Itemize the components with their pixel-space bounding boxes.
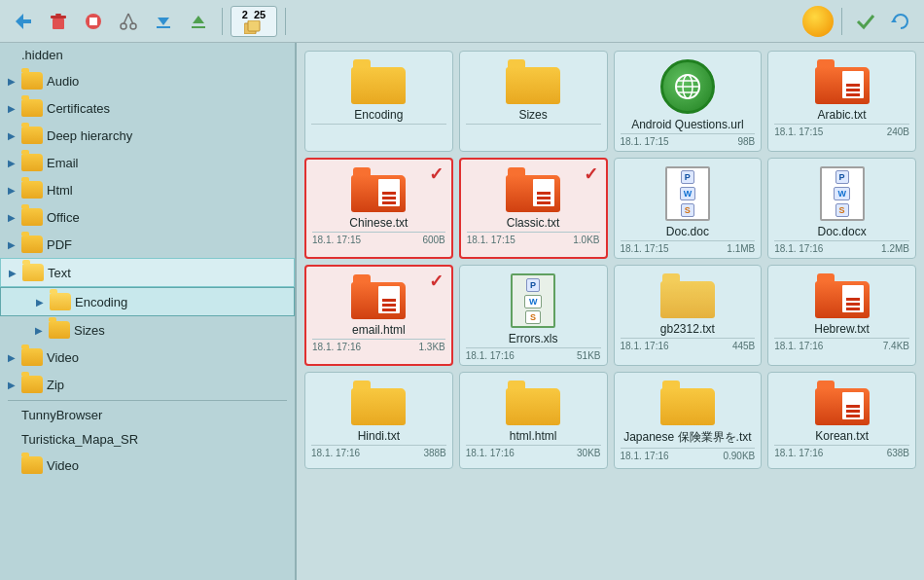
svg-rect-13 bbox=[192, 26, 205, 28]
sidebar-item-video[interactable]: ▶ Video bbox=[0, 344, 295, 371]
sidebar-item-hidden[interactable]: .hidden bbox=[0, 43, 295, 67]
file-date: 18.1. 17:15 bbox=[621, 136, 669, 147]
file-name: gb2312.txt bbox=[660, 322, 715, 336]
file-meta: 18.1. 17:16 388B bbox=[311, 445, 446, 458]
sidebar-item-turisticka[interactable]: Turisticka_Mapa_SR bbox=[0, 427, 295, 452]
file-item[interactable]: Sizes bbox=[459, 51, 608, 152]
file-meta: 18.1. 17:16 445B bbox=[621, 338, 756, 351]
badge-bottom: 25 bbox=[254, 9, 266, 20]
file-date: 18.1. 17:16 bbox=[774, 341, 823, 351]
file-item-selected[interactable]: ✓ Classic.txt 18.1. 17:15 1.0KB bbox=[459, 158, 608, 259]
file-item[interactable]: Hindi.txt 18.1. 17:16 388B bbox=[304, 372, 453, 469]
arrow-icon: ▶ bbox=[8, 239, 18, 250]
folder-icon-large bbox=[660, 273, 715, 318]
sidebar-item-sizes[interactable]: ▶ Sizes bbox=[0, 316, 295, 344]
svg-rect-5 bbox=[89, 18, 97, 25]
file-size: 1.3KB bbox=[419, 342, 445, 352]
file-meta bbox=[466, 124, 601, 127]
sidebar-item-zip[interactable]: ▶ Zip bbox=[0, 371, 295, 398]
file-item[interactable]: gb2312.txt 18.1. 17:16 445B bbox=[614, 265, 763, 366]
file-meta: 18.1. 17:16 1.3KB bbox=[312, 339, 445, 352]
file-item-selected[interactable]: ✓ email.html 18.1. 17:16 1.3KB bbox=[304, 265, 453, 366]
badge-numbers: 2 25 bbox=[242, 9, 266, 20]
check-button[interactable] bbox=[850, 6, 881, 37]
delete-button[interactable] bbox=[43, 6, 74, 37]
file-meta: 18.1. 17:15 240B bbox=[774, 124, 909, 137]
checkmark-icon: ✓ bbox=[429, 163, 444, 185]
file-item[interactable]: P W S Doc.doc 18.1. 17:15 1.1MB bbox=[614, 158, 763, 259]
file-item[interactable]: Japanese 保険業界を.txt 18.1. 17:16 0.90KB bbox=[614, 372, 763, 469]
sidebar-item-email[interactable]: ▶ Email bbox=[0, 149, 295, 176]
sidebar-item-deep-hierarchy[interactable]: ▶ Deep hierarchy bbox=[0, 122, 295, 149]
file-item[interactable]: P W S Errors.xls 18.1. 17:16 51KB bbox=[459, 265, 608, 366]
folder-icon-large bbox=[351, 59, 406, 104]
svg-marker-16 bbox=[891, 18, 897, 22]
folder-icon bbox=[21, 99, 43, 117]
sidebar-item-encoding[interactable]: ▶ Encoding bbox=[0, 287, 295, 316]
file-name: Sizes bbox=[518, 108, 547, 122]
file-item[interactable]: Hebrew.txt 18.1. 17:16 7.4KB bbox=[767, 265, 916, 366]
file-date: 18.1. 17:16 bbox=[621, 451, 669, 461]
stop-button[interactable] bbox=[78, 6, 109, 37]
svg-marker-12 bbox=[193, 16, 204, 23]
sidebar-item-html[interactable]: ▶ Html bbox=[0, 176, 295, 203]
file-item-selected[interactable]: ✓ Chinese.txt 18.1. 17:15 600B bbox=[304, 158, 453, 259]
file-date: 18.1. 17:15 bbox=[467, 235, 515, 245]
sidebar-item-pdf[interactable]: ▶ PDF bbox=[0, 231, 295, 258]
file-item[interactable]: Android Questions.url 18.1. 17:15 98B bbox=[614, 51, 763, 152]
sidebar-item-audio[interactable]: ▶ Audio bbox=[0, 67, 295, 94]
ws-p-badge: P bbox=[681, 170, 694, 184]
sidebar-item-certificates[interactable]: ▶ Certificates bbox=[0, 94, 295, 122]
svg-marker-0 bbox=[16, 14, 31, 29]
sidebar-item-tunny[interactable]: TunnyBrowser bbox=[0, 403, 295, 427]
cut-button[interactable] bbox=[113, 6, 144, 37]
folder-icon bbox=[21, 456, 43, 474]
file-date: 18.1. 17:16 bbox=[466, 448, 515, 458]
file-date: 18.1. 17:16 bbox=[311, 448, 360, 458]
file-name: Japanese 保険業界を.txt bbox=[623, 429, 751, 446]
file-size: 98B bbox=[737, 136, 755, 147]
arrow-icon: ▶ bbox=[8, 130, 18, 141]
back-button[interactable] bbox=[8, 6, 39, 37]
file-meta bbox=[311, 124, 446, 127]
ws-icon: P W S bbox=[820, 166, 865, 221]
upload-button[interactable] bbox=[183, 6, 214, 37]
file-meta: 18.1. 17:15 1.0KB bbox=[467, 232, 600, 245]
file-date: 18.1. 17:16 bbox=[466, 350, 515, 361]
file-meta: 18.1. 17:16 30KB bbox=[466, 445, 601, 458]
svg-rect-2 bbox=[51, 16, 66, 18]
download-button[interactable] bbox=[148, 6, 179, 37]
checkmark-icon: ✓ bbox=[584, 163, 598, 185]
file-item[interactable]: Encoding bbox=[304, 51, 453, 152]
folder-icon bbox=[21, 376, 43, 393]
file-item[interactable]: P W S Doc.docx 18.1. 17:16 1.2MB bbox=[767, 158, 916, 259]
ws-s-badge: S bbox=[835, 203, 849, 217]
file-panel: Encoding Sizes bbox=[297, 43, 924, 580]
file-meta: 18.1. 17:16 1.2MB bbox=[774, 240, 909, 254]
file-item[interactable]: html.html 18.1. 17:16 30KB bbox=[459, 372, 608, 469]
refresh-button[interactable] bbox=[885, 6, 916, 37]
ws-p-badge: P bbox=[835, 170, 849, 184]
file-date: 18.1. 17:16 bbox=[774, 243, 823, 254]
sidebar-item-text[interactable]: ▶ Text bbox=[0, 258, 295, 287]
file-meta: 18.1. 17:15 1.1MB bbox=[621, 240, 756, 254]
file-name: Errors.xls bbox=[509, 332, 558, 345]
sidebar-item-office[interactable]: ▶ Office bbox=[0, 203, 295, 231]
file-name: Doc.doc bbox=[666, 225, 709, 238]
file-date: 18.1. 17:15 bbox=[774, 127, 823, 137]
sidebar-item-video2[interactable]: Video bbox=[0, 452, 295, 479]
file-size: 0.90KB bbox=[723, 451, 755, 461]
file-item[interactable]: Korean.txt 18.1. 17:16 638B bbox=[767, 372, 916, 469]
file-meta: 18.1. 17:15 98B bbox=[621, 133, 756, 147]
home-button[interactable] bbox=[802, 6, 834, 37]
file-date: 18.1. 17:15 bbox=[312, 235, 361, 245]
file-size: 1.2MB bbox=[881, 243, 909, 254]
file-count-badge[interactable]: 2 25 bbox=[231, 6, 277, 37]
folder-icon bbox=[21, 348, 43, 366]
arrow-icon: ▶ bbox=[8, 212, 18, 223]
doc-folder-icon bbox=[351, 167, 406, 212]
file-item[interactable]: Arabic.txt 18.1. 17:15 240B bbox=[767, 51, 916, 152]
ws-w-badge: W bbox=[524, 295, 543, 308]
ws-icon: P W S bbox=[665, 166, 710, 221]
svg-rect-1 bbox=[53, 18, 64, 29]
